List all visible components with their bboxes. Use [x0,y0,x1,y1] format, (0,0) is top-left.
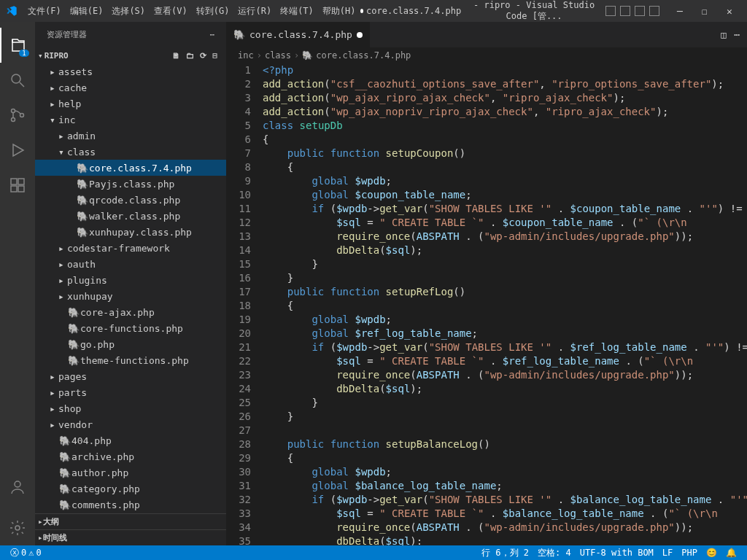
tree-file[interactable]: 🐘go.php [35,336,226,352]
tree-folder[interactable]: pages [35,368,226,384]
timeline-header[interactable]: 时间线 [35,529,226,545]
tree-folder[interactable]: assets [35,63,226,79]
file-tree: assetscachehelpincadminclass🐘core.class.… [35,63,226,513]
tree-label: archive.php [71,451,134,462]
tree-file[interactable]: 🐘category.php [35,481,226,497]
layout-icon[interactable] [649,6,659,16]
modified-dot-icon [360,9,364,13]
status-cursor[interactable]: 行 6，列 2 [477,547,533,559]
collapse-icon[interactable]: ⊟ [212,51,217,61]
activity-bar: 1 [0,22,35,545]
svg-rect-8 [18,186,24,192]
layout-icon[interactable] [605,6,616,16]
status-spaces[interactable]: 空格: 4 [533,547,576,559]
tab-bar: 🐘 core.class.7.4.php ◫ ⋯ [226,22,747,47]
tree-file[interactable]: 🐘comments.php [35,497,226,513]
svg-rect-5 [11,179,17,184]
more-icon[interactable]: ⋯ [209,30,214,39]
settings-gear-icon[interactable] [0,510,35,545]
tree-label: class [67,147,96,158]
php-file-icon: 🐘 [67,339,80,350]
tree-label: shop [58,403,81,414]
tree-file[interactable]: 🐘core.class.7.4.php [35,160,226,176]
sidebar: 资源管理器 ⋯ RIPRO 🗎 🗀 ⟳ ⊟ assetscachehelpinc… [35,22,226,545]
tree-folder[interactable]: codestar-framework [35,240,226,256]
tree-folder[interactable]: vendor [35,416,226,432]
tree-file[interactable]: 🐘Payjs.class.php [35,176,226,192]
layout-icon[interactable] [635,6,645,16]
menu-item[interactable]: 转到(G) [192,5,234,18]
menu-item[interactable]: 终端(T) [276,5,318,18]
tree-folder[interactable]: help [35,96,226,112]
status-eol[interactable]: LF [658,547,677,559]
tree-folder[interactable]: class [35,144,226,160]
menu-item[interactable]: 运行(R) [233,5,276,18]
split-editor-icon[interactable]: ◫ [721,29,727,40]
code-area[interactable]: 1234567891011121314151617181920212223242… [226,63,747,545]
status-lang[interactable]: PHP [677,547,702,559]
extensions-icon[interactable] [0,168,35,203]
tree-file[interactable]: 🐘xunhupay.class.php [35,224,226,240]
tree-folder[interactable]: plugins [35,272,226,288]
tree-folder[interactable]: admin [35,128,226,144]
sidebar-header: 资源管理器 ⋯ [35,22,226,47]
tree-folder[interactable]: inc [35,112,226,128]
tree-file[interactable]: 🐘core-functions.php [35,320,226,336]
breadcrumb[interactable]: inc› class› 🐘 core.class.7.4.php [226,47,747,63]
project-header[interactable]: RIPRO 🗎 🗀 ⟳ ⊟ [35,47,226,63]
tab-active[interactable]: 🐘 core.class.7.4.php [226,22,371,47]
tree-file[interactable]: 🐘theme-functions.php [35,352,226,368]
code-content[interactable]: <?phpadd_action("csf__caozhuti_options_s… [263,63,747,545]
accounts-icon[interactable] [0,470,35,505]
tree-folder[interactable]: parts [35,384,226,400]
tree-folder[interactable]: shop [35,400,226,416]
minimize-button[interactable]: ─ [668,3,692,19]
chevron-right-icon [38,517,43,526]
tree-label: theme-functions.php [80,355,189,366]
menu-item[interactable]: 编辑(E) [66,5,108,18]
php-file-icon: 🐘 [302,50,313,61]
svg-line-1 [20,82,24,87]
close-button[interactable]: ✕ [718,3,741,19]
modified-dot-icon [357,32,363,38]
status-feedback-icon[interactable]: 😊 [702,547,721,559]
title-file: core.class.7.4.php [366,6,461,16]
menu-item[interactable]: 查看(V) [150,5,192,18]
svg-point-0 [12,74,20,83]
tree-file[interactable]: 🐘walker.class.php [35,208,226,224]
more-icon[interactable]: ⋯ [734,29,740,40]
tree-file[interactable]: 🐘core-ajax.php [35,304,226,320]
menu-item[interactable]: 选择(S) [107,5,150,18]
tree-file[interactable]: 🐘author.php [35,464,226,481]
php-file-icon: 🐘 [58,451,71,462]
tree-label: qrcode.class.php [89,195,180,206]
svg-point-3 [12,118,15,122]
menu-item[interactable]: 文件(F) [23,5,66,18]
layout-icon[interactable] [620,6,630,16]
explorer-icon[interactable]: 1 [0,28,35,63]
php-file-icon: 🐘 [233,29,245,40]
maximize-button[interactable]: ☐ [693,3,716,19]
status-encoding[interactable]: UTF-8 with BOM [576,547,658,559]
tree-file[interactable]: 🐘404.php [35,432,226,448]
tree-folder[interactable]: xunhupay [35,288,226,304]
status-errors[interactable]: ⓧ 0 ⚠ 0 [6,547,46,559]
outline-header[interactable]: 大纲 [35,513,226,529]
tree-folder[interactable]: oauth [35,256,226,272]
tree-folder[interactable]: cache [35,79,226,96]
search-icon[interactable] [0,63,35,98]
source-control-icon[interactable] [0,98,35,133]
tree-file[interactable]: 🐘qrcode.class.php [35,192,226,208]
svg-rect-7 [11,186,17,192]
run-debug-icon[interactable] [0,133,35,168]
chevron-right-icon [47,371,58,382]
refresh-icon[interactable]: ⟳ [200,51,206,61]
line-gutter: 1234567891011121314151617181920212223242… [226,63,263,545]
status-bar: ⓧ 0 ⚠ 0 行 6，列 2 空格: 4 UTF-8 with BOM LF … [0,545,747,560]
new-file-icon[interactable]: 🗎 [172,51,180,61]
new-folder-icon[interactable]: 🗀 [186,51,194,61]
chevron-right-icon [55,131,67,141]
status-bell-icon[interactable]: 🔔 [721,547,741,559]
tree-file[interactable]: 🐘archive.php [35,448,226,464]
menu-item[interactable]: 帮助(H) [318,5,360,18]
